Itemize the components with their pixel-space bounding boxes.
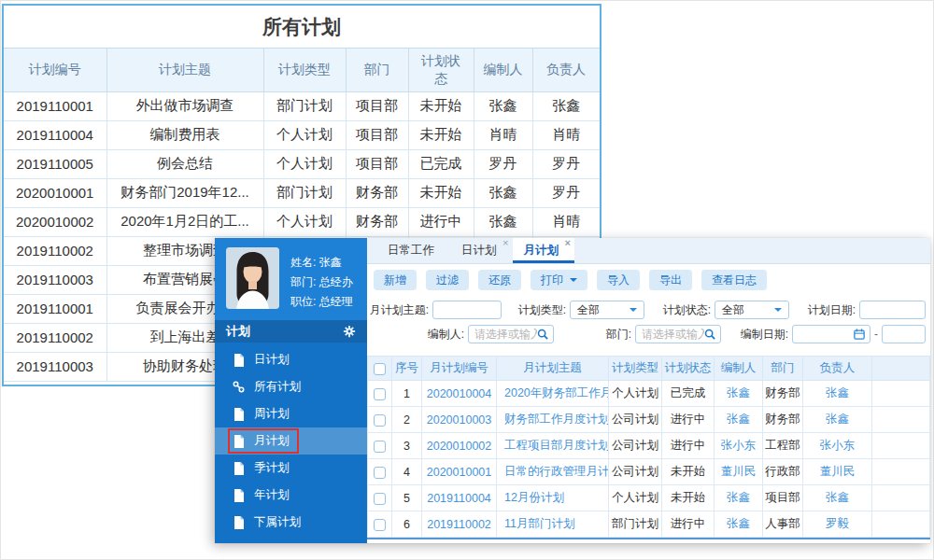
column-header: 负责人 [532,49,600,91]
plan-id-link[interactable]: 2020010001 [422,459,497,485]
table-row[interactable]: 4 2020010001 日常的行政管理月计划 公司计划 未开始 董川民 行政部… [368,459,930,485]
toolbar-button[interactable]: 还原 [478,270,521,290]
plan-dept-cell: 财务部 [346,178,408,207]
plan-owner-link[interactable]: 张小东 [803,433,872,459]
row-checkbox[interactable] [374,414,386,427]
sidebar-nav-item[interactable]: 所有计划 [215,373,367,400]
filler-cell [872,511,930,538]
plan-date-filter-input[interactable] [859,301,926,319]
monthly-plan-table: 序号 月计划编号 月计划主题 计划类型 计划状态 编制人 部门 负责人 [367,356,930,538]
nav-item-label: 所有计划 [254,379,301,395]
plan-subject-link[interactable]: 财务部工作月度计划 [497,407,609,433]
plan-creator-link[interactable]: 张小东 [715,433,763,459]
plan-creator-link[interactable]: 张鑫 [715,381,763,407]
table-row[interactable]: 3 2020010002 工程项目部月度计划 公司计划 进行中 张小东 工程部 … [368,433,930,459]
plan-id-link[interactable]: 2019110004 [422,485,497,511]
plan-owner-link[interactable]: 董川民 [803,459,872,485]
column-header: 计划状态 [662,357,715,381]
tab-close-icon[interactable]: × [565,238,571,248]
creator-filter-input[interactable]: 请选择或输入 [468,325,554,343]
plan-type-cell: 公司计划 [609,459,662,485]
table-row[interactable]: 2019110004 编制费用表 个人计划 项目部 未开始 肖晴 肖晴 [4,120,600,149]
create-date-from[interactable] [793,326,854,343]
monthly-plan-window: 姓名: 张鑫 部门: 总经办 职位: 总经理 计划 [215,238,930,543]
nav-section-plan[interactable]: 计划 [215,320,367,343]
dept-placeholder: 请选择或输入 [636,327,704,343]
plan-owner-cell: 肖晴 [532,207,600,236]
toolbar-button[interactable]: 导出 [649,270,692,290]
toolbar-button[interactable]: 查看日志 [701,270,767,290]
dept-filter-input[interactable]: 请选择或输入 [635,325,721,343]
plan-id-link[interactable]: 2020010002 [422,433,497,459]
row-select-cell [368,485,392,511]
status-filter-select[interactable]: 全部 [715,301,789,319]
sidebar-nav-item[interactable]: 下属计划 [215,509,367,536]
tab[interactable]: 日计划 × [450,238,513,263]
subject-filter-input[interactable] [432,301,502,319]
sidebar-nav-item[interactable]: 日计划 [215,346,367,373]
search-icon[interactable] [537,329,548,340]
select-all-checkbox[interactable] [374,363,386,375]
table-row[interactable]: 2019110001 外出做市场调查 部门计划 项目部 未开始 张鑫 张鑫 [4,91,600,120]
plan-creator-link[interactable]: 张鑫 [715,511,763,538]
table-row[interactable]: 2 2020010003 财务部工作月度计划 公司计划 进行中 张鑫 财务部 张… [368,407,930,433]
row-checkbox[interactable] [374,519,386,531]
nav-menu: 日计划 [215,343,367,543]
type-filter-select[interactable]: 全部 [570,301,644,319]
plan-subject-link[interactable]: 12月份计划 [497,485,609,511]
table-row[interactable]: 6 2019110002 11月部门计划 部门计划 进行中 张鑫 人事部 罗毅 [368,511,930,538]
toolbar-button-label: 导出 [659,270,682,290]
sidebar-nav-item[interactable]: 周计划 [215,400,367,427]
plan-owner-link[interactable]: 张鑫 [803,407,872,433]
plan-date-input[interactable] [860,301,925,318]
table-row[interactable]: 2020010001 财务部门2019年12... 部门计划 财务部 未开始 张… [4,178,600,207]
plan-type-cell: 公司计划 [609,433,662,459]
table-row[interactable]: 5 2019110004 12月份计划 个人计划 未开始 张鑫 项目部 张鑫 [368,485,930,511]
plan-owner-link[interactable]: 罗毅 [803,511,872,538]
sidebar-nav-item[interactable]: 月计划 [215,427,367,455]
plan-subject-link[interactable]: 11月部门计划 [497,511,609,538]
plan-creator-link[interactable]: 董川民 [715,459,763,485]
row-checkbox[interactable] [374,441,386,453]
calendar-icon[interactable] [854,329,865,340]
plan-subject-link[interactable]: 工程项目部月度计划 [497,433,609,459]
row-checkbox[interactable] [374,467,386,479]
plan-owner-link[interactable]: 张鑫 [803,381,872,407]
search-icon[interactable] [704,329,715,340]
toolbar-button[interactable]: 新增 [374,270,417,290]
filler-cell [872,459,930,485]
table-row[interactable]: 2019110005 例会总结 个人计划 项目部 已完成 罗丹 罗丹 [4,149,600,178]
table-row[interactable]: 2020010002 2020年1月2日的工... 个人计划 财务部 进行中 张… [4,207,600,236]
create-date-filter-label: 编制日期: [727,327,788,343]
plan-id-link[interactable]: 2020010003 [422,407,497,433]
plan-subject-link[interactable]: 日常的行政管理月计划 [497,459,609,485]
select-all-header [368,357,392,381]
tab-close-icon[interactable]: × [502,238,508,248]
plan-creator-link[interactable]: 张鑫 [715,485,763,511]
gear-icon[interactable] [343,325,356,338]
plan-id-link[interactable]: 2020010004 [422,381,497,407]
plan-id-link[interactable]: 2019110002 [422,511,497,538]
toolbar-button[interactable]: 导入 [597,270,640,290]
create-date-from-input[interactable] [792,325,870,343]
row-checkbox[interactable] [374,493,386,505]
sidebar-nav-item[interactable]: 年计划 [215,482,367,509]
sidebar-nav-item[interactable]: 季计划 [215,455,367,482]
toolbar-button[interactable]: 打印 [531,270,587,290]
column-header: 序号 [392,357,422,381]
tab[interactable]: 日常工作 × [376,238,450,263]
row-checkbox[interactable] [374,388,386,400]
row-select-cell [368,433,392,459]
tab[interactable]: 月计划 × [513,238,575,263]
toolbar-button[interactable]: 过滤 [426,270,469,290]
plan-subject-link[interactable]: 2020年财务部工作月... [497,381,609,407]
table-row[interactable]: 1 2020010004 2020年财务部工作月... 个人计划 已完成 张鑫 … [368,381,930,407]
plan-owner-link[interactable]: 张鑫 [803,485,872,511]
plan-id-cell: 2019110004 [4,120,106,149]
create-date-to[interactable] [883,326,925,343]
subject-input[interactable] [433,301,501,318]
create-date-to-input[interactable] [882,325,926,343]
plan-creator-link[interactable]: 张鑫 [715,407,763,433]
column-header: 月计划主题 [497,357,609,381]
filler-cell [872,433,930,459]
